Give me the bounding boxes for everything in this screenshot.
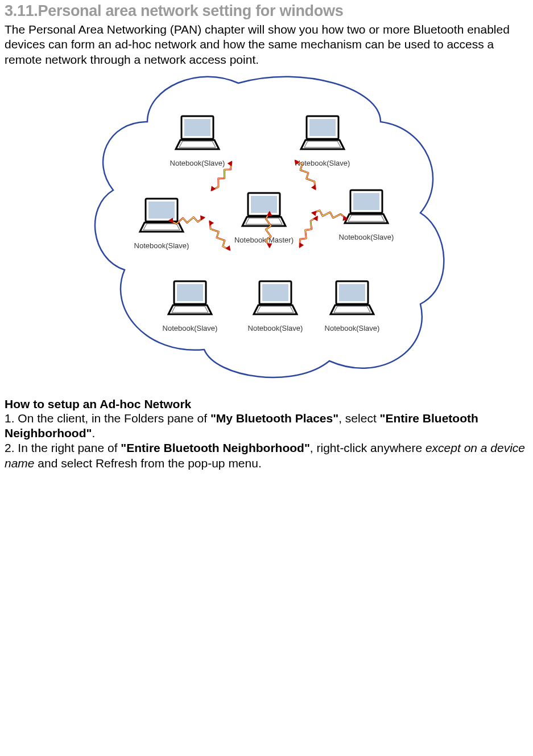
- howto-step-2: 2. In the right pane of "Entire Bluetoot…: [5, 441, 528, 471]
- network-diagram-svg: Notebook(Master) Notebook(Slave) Noteboo…: [85, 71, 449, 389]
- step1-text-e: .: [92, 426, 95, 439]
- laptop-slave-top-right-label: Notebook(Slave): [295, 159, 350, 167]
- step2-text-a: 2. In the right pane of: [5, 441, 121, 454]
- laptop-slave-top-left: Notebook(Slave): [170, 116, 225, 167]
- signal-burst: [296, 213, 320, 249]
- laptop-slave-top-right: Notebook(Slave): [295, 116, 350, 167]
- laptop-slave-mid-right: Notebook(Slave): [338, 190, 394, 241]
- laptop-slave-mid-left-label: Notebook(Slave): [134, 241, 189, 250]
- laptop-slave-bottom-left: Notebook(Slave): [162, 281, 217, 332]
- signal-burst: [205, 219, 232, 253]
- laptop-slave-bottom-center: Notebook(Slave): [247, 281, 303, 332]
- network-diagram: Notebook(Master) Notebook(Slave) Noteboo…: [5, 71, 528, 389]
- laptop-slave-mid-right-label: Notebook(Slave): [338, 233, 394, 241]
- step2-text-c: , right-click anywhere: [310, 441, 425, 454]
- howto-title: How to setup an Ad-hoc Network: [5, 397, 528, 411]
- laptop-slave-bottom-right: Notebook(Slave): [324, 281, 379, 332]
- howto-step-1: 1. On the client, in the Folders pane of…: [5, 411, 528, 441]
- laptop-slave-bottom-center-label: Notebook(Slave): [247, 324, 303, 332]
- step1-text-a: 1. On the client, in the Folders pane of: [5, 412, 210, 425]
- laptop-master: Notebook(Master): [234, 193, 293, 244]
- laptop-slave-bottom-right-label: Notebook(Slave): [324, 324, 379, 332]
- laptop-master-label: Notebook(Master): [234, 236, 293, 244]
- laptop-slave-top-left-label: Notebook(Slave): [170, 159, 225, 167]
- laptop-slave-mid-left: Notebook(Slave): [134, 199, 189, 250]
- step2-text-e: and select Refresh from the pop-up menu.: [35, 457, 262, 470]
- step1-bold-1: "My Bluetooth Places": [210, 412, 338, 425]
- intro-paragraph: The Personal Area Networking (PAN) chapt…: [5, 22, 528, 67]
- section-heading: 3.11.Personal area network setting for w…: [5, 2, 528, 20]
- step1-text-c: , select: [338, 412, 379, 425]
- step2-bold-1: "Entire Bluetooth Neighborhood": [121, 441, 310, 454]
- laptop-slave-bottom-left-label: Notebook(Slave): [162, 324, 217, 332]
